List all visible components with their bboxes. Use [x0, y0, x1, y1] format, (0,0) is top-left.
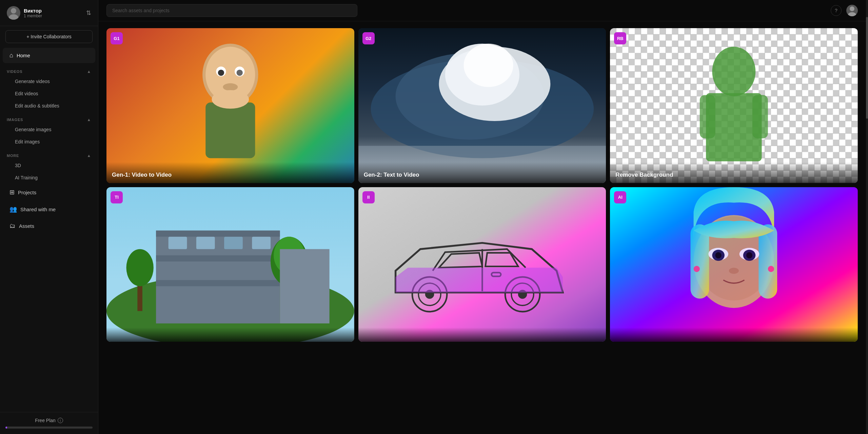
svg-point-3: [848, 12, 856, 16]
progress-bar-fill: [5, 427, 7, 429]
svg-rect-34: [156, 255, 280, 261]
svg-rect-45: [280, 249, 329, 323]
sidebar-assets-label: Assets: [19, 223, 34, 229]
sidebar-item-3d[interactable]: 3D: [3, 160, 95, 171]
sidebar-item-edit-audio[interactable]: Edit audio & subtitles: [3, 100, 95, 112]
content-area: G1 Gen-1: Video to Video: [98, 21, 866, 434]
cards-grid: G1 Gen-1: Video to Video: [106, 28, 858, 342]
card-pause[interactable]: II: [358, 187, 606, 342]
sidebar-header: Виктор 1 member ⇅: [0, 0, 98, 26]
svg-rect-39: [252, 237, 271, 249]
sidebar-item-generate-videos[interactable]: Generate videos: [3, 76, 95, 87]
card-gen2-badge: G2: [362, 32, 375, 44]
card-pause-badge: II: [362, 191, 375, 203]
svg-point-19: [463, 44, 513, 87]
card-ti-label: [106, 328, 354, 342]
svg-rect-35: [156, 280, 280, 286]
section-images-label: IMAGES: [7, 118, 23, 122]
svg-point-2: [850, 6, 854, 11]
svg-point-12: [212, 90, 249, 109]
section-images: IMAGES ▲: [0, 115, 98, 123]
search-input[interactable]: [106, 4, 357, 17]
info-icon[interactable]: i: [58, 418, 63, 423]
sidebar-item-home[interactable]: ⌂ Home: [3, 48, 95, 63]
svg-rect-28: [700, 95, 715, 138]
invite-collaborators-button[interactable]: + Invite Collaborators: [5, 30, 93, 43]
card-gen1-label: Gen-1: Video to Video: [106, 162, 354, 183]
section-videos: VIDEOS ▲: [0, 66, 98, 75]
chevron-up-icon-images[interactable]: ▲: [87, 117, 91, 122]
home-icon: ⌂: [9, 52, 13, 59]
sidebar-shared-label: Shared with me: [20, 206, 56, 212]
sidebar-item-ai-training[interactable]: AI Training: [3, 172, 95, 183]
avatar: [7, 6, 20, 20]
main-content: ?: [98, 0, 866, 434]
card-gen2-label: Gen-2: Text to Video: [358, 162, 606, 183]
chevron-up-icon-more[interactable]: ▲: [87, 153, 91, 158]
svg-rect-37: [196, 237, 215, 249]
user-info: Виктор 1 member: [24, 8, 42, 18]
section-videos-label: VIDEOS: [7, 70, 22, 74]
svg-point-8: [218, 70, 224, 76]
card-ti[interactable]: TI: [106, 187, 354, 342]
card-rb-badge: RB: [614, 32, 626, 44]
topbar-right: ?: [831, 5, 858, 16]
sidebar-item-shared[interactable]: 👥 Shared with me: [3, 201, 95, 217]
usage-progress-bar: [5, 427, 93, 429]
sidebar-bottom: Free Plan i: [0, 412, 98, 434]
sidebar-item-edit-videos[interactable]: Edit videos: [3, 88, 95, 99]
free-plan-label: Free Plan i: [5, 418, 93, 423]
section-more-label: MORE: [7, 154, 19, 158]
topbar: ?: [98, 0, 866, 21]
card-ai-label: [610, 328, 858, 342]
svg-rect-38: [224, 237, 243, 249]
svg-rect-29: [752, 95, 768, 138]
svg-point-0: [11, 8, 16, 14]
svg-rect-11: [205, 102, 255, 158]
section-more: MORE ▲: [0, 151, 98, 159]
card-ai[interactable]: AI: [610, 187, 858, 342]
sidebar-item-label: Home: [17, 53, 30, 58]
svg-rect-33: [156, 231, 280, 237]
card-pause-label: [358, 328, 606, 342]
user-meta: 1 member: [24, 14, 42, 18]
grid-icon: ⊞: [9, 189, 15, 196]
svg-point-9: [237, 70, 243, 76]
people-icon: 👥: [9, 205, 17, 213]
sidebar-item-generate-images[interactable]: Generate images: [3, 124, 95, 135]
svg-point-26: [712, 47, 756, 96]
expand-icon[interactable]: ⇅: [86, 9, 91, 17]
svg-point-10: [223, 83, 238, 91]
card-ai-badge: AI: [614, 191, 626, 203]
svg-point-1: [9, 14, 18, 20]
svg-point-44: [126, 249, 153, 286]
sidebar-item-edit-images[interactable]: Edit images: [3, 136, 95, 147]
scroll-thumb: [866, 17, 868, 119]
sidebar: Виктор 1 member ⇅ + Invite Collaborators…: [0, 0, 98, 434]
user-name: Виктор: [24, 8, 42, 14]
sidebar-projects-label: Projects: [18, 190, 36, 195]
scrollbar[interactable]: [866, 0, 868, 434]
chevron-up-icon[interactable]: ▲: [87, 69, 91, 74]
card-rb-label: Remove Background: [610, 162, 858, 183]
user-avatar-top[interactable]: [846, 5, 858, 16]
user-profile[interactable]: Виктор 1 member: [7, 6, 42, 20]
svg-rect-36: [169, 237, 187, 249]
card-gen1[interactable]: G1 Gen-1: Video to Video: [106, 28, 354, 183]
card-gen1-badge: G1: [111, 32, 123, 44]
help-button[interactable]: ?: [831, 5, 842, 16]
card-gen2[interactable]: G2 Gen-2: Text to Video: [358, 28, 606, 183]
svg-rect-69: [610, 187, 858, 342]
card-rb[interactable]: RB Remove Background: [610, 28, 858, 183]
sidebar-item-projects[interactable]: ⊞ Projects: [3, 184, 95, 200]
sidebar-item-assets[interactable]: 🗂 Assets: [3, 218, 95, 234]
card-ti-badge: TI: [111, 191, 123, 203]
folder-icon: 🗂: [9, 222, 16, 230]
